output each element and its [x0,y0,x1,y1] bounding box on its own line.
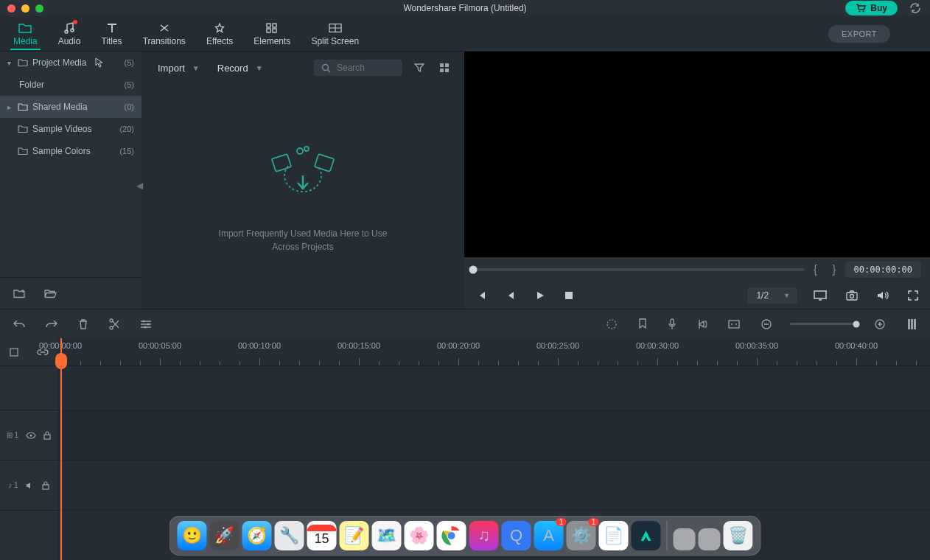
display-settings-button[interactable] [811,287,830,304]
undo-button[interactable] [10,316,28,332]
maximize-window-button[interactable] [35,4,43,13]
dock-appstore[interactable]: A1 [534,521,564,550]
sidebar-item-label: Shared Media [32,102,88,112]
import-dropdown[interactable]: Import ▼ [153,60,204,77]
filter-button[interactable] [411,60,427,76]
split-button[interactable] [106,315,122,333]
audio-track-header[interactable]: ♪ 1 [0,461,57,511]
zoom-in-button[interactable] [871,315,889,333]
preview-quality-dropdown[interactable]: 1/2 ▼ [747,287,797,304]
keyframe-button[interactable] [725,316,743,332]
step-back-button[interactable] [503,287,519,304]
svg-point-1 [863,11,864,13]
dock-textedit[interactable]: 📄 [599,521,629,550]
chevron-down-icon: ▼ [256,64,263,72]
tab-audio[interactable]: Audio [48,18,91,49]
sidebar-item-shared-media[interactable]: ▸ Shared Media (0) [0,96,141,118]
media-empty-state[interactable]: Import Frequently Used Media Here to Use… [141,84,464,309]
ruler-label: 00:00:25:00 [536,341,579,350]
ruler-label: 00:00:35:00 [735,341,778,350]
zoom-fit-button[interactable] [903,315,920,333]
dock-photos[interactable]: 🌸 [405,521,434,550]
tab-transitions[interactable]: Transitions [133,18,196,49]
fullscreen-button[interactable] [905,287,921,304]
zoom-slider[interactable] [790,323,856,325]
stop-button[interactable] [562,288,576,303]
redo-button[interactable] [43,316,60,332]
render-button[interactable] [603,315,620,333]
video-track-header[interactable]: ⊞ 1 [0,410,57,461]
tab-effects[interactable]: Effects [196,18,243,49]
edit-properties-button[interactable] [137,316,155,332]
timeline-snap-button[interactable] [6,344,22,360]
dock-chrome[interactable] [437,521,466,550]
buy-button[interactable]: Buy [845,1,898,15]
search-input[interactable] [337,63,395,73]
delete-button[interactable] [75,315,91,333]
collapse-sidebar-icon[interactable]: ◀ [136,181,143,191]
lock-toggle-icon[interactable] [42,481,49,490]
dock-filmora[interactable] [632,521,661,550]
mark-out-button[interactable]: } [832,263,836,276]
mark-in-button[interactable]: { [814,263,823,276]
audio-track[interactable] [57,461,930,511]
playhead[interactable] [60,338,62,560]
dock-utility[interactable]: 🔧 [275,521,304,550]
dock-minimized-window[interactable] [674,528,696,550]
dock-settings[interactable]: ⚙️1 [567,521,596,550]
prev-frame-button[interactable] [473,287,489,304]
overlay-track[interactable] [57,366,930,410]
grid-view-button[interactable] [436,60,452,76]
dock-launchpad[interactable]: 🚀 [210,521,240,550]
chevron-right-icon: ▸ [7,103,13,111]
new-folder-button[interactable] [10,285,28,301]
dock-quicktime[interactable]: Q [502,521,531,550]
dock-notes[interactable]: 📝 [340,521,369,550]
sidebar-item-count: (5) [125,80,134,89]
preview-screen[interactable] [464,52,930,257]
dock-finder[interactable]: 🙂 [178,521,207,550]
svg-point-17 [304,147,309,151]
open-folder-button[interactable] [41,285,60,301]
sidebar-item-folder[interactable]: Folder (5) [0,74,141,96]
video-track[interactable] [57,410,930,461]
zoom-out-button[interactable] [758,315,775,333]
dock-safari[interactable]: 🧭 [242,521,272,550]
dock-calendar[interactable]: 15 [307,521,337,550]
sidebar-item-sample-colors[interactable]: Sample Colors (15) [0,140,141,162]
export-button[interactable]: EXPORT [828,25,890,43]
mute-toggle-icon[interactable] [26,481,35,490]
record-label: Record [217,63,248,74]
tab-media[interactable]: Media [3,18,48,49]
preview-scrubber[interactable] [473,268,805,271]
macos-dock: 🙂 🚀 🧭 🔧 15 📝 🗺️ 🌸 ♫ Q A1 ⚙️1 📄 🗑️ [169,516,761,556]
minimize-window-button[interactable] [21,4,29,13]
svg-point-3 [71,29,74,32]
chevron-down-icon: ▼ [192,64,200,72]
tab-elements[interactable]: Elements [243,18,301,49]
dock-minimized-window[interactable] [699,528,721,550]
dock-music[interactable]: ♫ [469,521,499,550]
close-window-button[interactable] [7,4,15,13]
lock-toggle-icon[interactable] [43,431,51,440]
record-dropdown[interactable]: Record ▼ [213,60,268,77]
timeline-ruler[interactable]: 00:00:00:0000:00:05:0000:00:10:0000:00:1… [57,338,930,366]
track-label: ⊞ 1 [7,431,18,439]
marker-button[interactable] [635,315,650,333]
search-input-container [314,60,402,76]
track-header-spacer [0,366,57,410]
dock-maps[interactable]: 🗺️ [372,521,402,550]
sidebar-item-sample-videos[interactable]: Sample Videos (20) [0,118,141,140]
sync-icon[interactable] [906,0,924,17]
sidebar-item-project-media[interactable]: ▾ Project Media (5) [0,52,141,74]
tab-split-screen[interactable]: Split Screen [301,18,369,49]
voiceover-button[interactable] [665,315,679,333]
badge: 1 [589,518,599,526]
audio-mixer-button[interactable] [694,315,710,333]
play-button[interactable] [532,287,548,304]
dock-trash[interactable]: 🗑️ [724,521,753,550]
visibility-toggle-icon[interactable] [26,432,36,439]
volume-button[interactable] [874,287,892,304]
tab-titles[interactable]: Titles [91,18,132,49]
snapshot-button[interactable] [843,287,861,304]
